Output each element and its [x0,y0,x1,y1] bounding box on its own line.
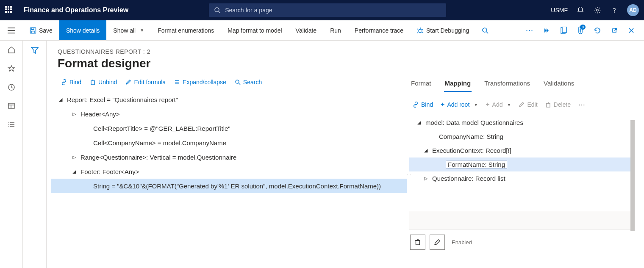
tree-node-label: CompanyName: String [439,133,503,140]
caret-collapsed-icon[interactable]: ▷ [423,176,429,181]
tree-node-label: model: Data model Questionnaires [425,119,523,126]
formula-bar[interactable] [409,211,631,229]
start-debugging-button[interactable]: Start Debugging [410,20,476,40]
trash-icon [545,102,551,108]
refresh-button[interactable] [590,20,605,41]
edit-button: Edit [515,99,541,110]
detail-tabs: Format Mapping Transformations Validatio… [409,75,631,92]
tree-node[interactable]: ▷Questionnaire: Record list [409,171,631,185]
favorites-icon[interactable] [7,64,16,73]
more-button[interactable]: ⋯ [578,101,585,109]
global-search-input[interactable]: Search for a page [209,3,446,17]
home-icon[interactable] [7,46,16,54]
filter-pane-collapsed [23,41,47,268]
main-content: QUESTIONNAIRES REPORT : 2 Format designe… [47,41,644,268]
bind-button[interactable]: Bind [58,77,85,87]
validate-button[interactable]: Validate [289,20,324,40]
global-header: Finance and Operations Preview Search fo… [0,0,644,20]
caret-expanded-icon[interactable]: ◢ [416,120,422,125]
recent-icon[interactable] [7,83,16,91]
list-icon [174,79,180,85]
filter-icon[interactable] [31,47,39,268]
close-button[interactable] [624,20,639,41]
scrollbar[interactable] [630,120,635,231]
pencil-icon [125,79,131,85]
tree-node-label: Cell<ReportTitle> = @"GER_LABEL:ReportTi… [93,125,230,132]
tree-node[interactable]: ◢Footer: Footer<Any> [51,164,407,179]
nav-toggle-button[interactable] [0,20,23,41]
caret-collapsed-icon[interactable]: ▷ [71,111,77,117]
map-format-button[interactable]: Map format to model [221,20,289,40]
app-title: Finance and Operations Preview [24,6,128,14]
caret-collapsed-icon[interactable]: ▷ [71,155,77,160]
tree-node[interactable]: ◢model: Data model Questionnaires [409,116,631,130]
bind-label: Bind [69,79,81,86]
format-enumerations-button[interactable]: Format enumerations [151,20,221,40]
svg-point-2 [597,9,599,11]
tab-mapping[interactable]: Mapping [444,77,472,92]
tree-node[interactable]: ▷Header<Any> [51,107,407,121]
performance-trace-button[interactable]: Performance trace [348,20,410,40]
pencil-icon [519,102,525,108]
user-avatar[interactable]: AD [627,4,639,16]
link-icon [61,79,67,85]
popout-button[interactable] [607,20,622,41]
show-all-button[interactable]: Show all▼ [106,20,151,40]
bottom-controls: Enabled [409,235,631,250]
edit-formula-button[interactable]: Edit formula [122,77,169,87]
tree-node[interactable]: Cell<CompanyName> = model.CompanyName [51,135,407,150]
tree-node-selected[interactable]: String = "&C&10"&(FORMAT("Generated by'%… [51,179,407,193]
overflow-button[interactable]: ··· [522,20,537,41]
app-launcher-icon[interactable] [5,6,14,14]
svg-point-0 [215,8,219,12]
tree-search-button[interactable]: Search [231,77,265,87]
delete-button: Delete [542,99,574,110]
run-button[interactable]: Run [323,20,348,40]
expand-collapse-button[interactable]: Expand/collapse [171,77,230,87]
mapping-pane: Format Mapping Transformations Validatio… [409,75,644,268]
notifications-icon[interactable] [576,6,585,14]
add-root-button[interactable]: +Add root▼ [437,99,481,110]
workspaces-icon[interactable] [7,102,16,110]
mapping-bind-button[interactable]: Bind [409,99,436,110]
show-all-label: Show all [113,27,136,34]
find-button[interactable] [476,20,494,40]
scrollbar-thumb[interactable] [630,120,635,231]
show-details-button[interactable]: Show details [59,20,106,40]
edit-condition-button[interactable] [430,235,445,250]
company-indicator[interactable]: USMF [551,7,568,14]
tab-transformations[interactable]: Transformations [483,77,531,92]
chevron-down-icon: ▼ [140,28,144,33]
datasource-tree: ◢model: Data model Questionnaires Compan… [409,116,631,185]
tree-node[interactable]: ▷Range<Questionnaire>: Vertical = model.… [51,150,407,164]
tree-node[interactable]: CompanyName: String [409,130,631,144]
gear-icon[interactable] [593,6,602,14]
tab-format[interactable]: Format [410,77,432,92]
add-label: Add [492,101,503,108]
chevron-down-icon: ▼ [474,102,478,107]
delete-condition-button[interactable] [410,235,425,250]
related-button[interactable] [539,20,554,41]
caret-expanded-icon[interactable]: ◢ [58,97,64,102]
modules-icon[interactable] [7,120,16,129]
help-icon[interactable] [610,6,619,14]
search-icon [482,27,489,34]
tab-validations[interactable]: Validations [543,77,575,92]
tree-node-label: Report: Excel = "Questionnaires report" [67,96,178,103]
save-button[interactable]: Save [23,20,59,40]
caret-expanded-icon[interactable]: ◢ [71,169,77,174]
search-icon [214,7,221,14]
chevron-down-icon: ▼ [507,102,511,107]
left-nav-rail [0,41,23,268]
tree-node-label: String = "&C&10"&(FORMAT("Generated by'%… [93,182,381,190]
tree-node[interactable]: ◢Report: Excel = "Questionnaires report" [51,92,407,107]
attachments-button[interactable]: 0 [573,20,588,41]
unbind-button[interactable]: Unbind [86,77,120,87]
breadcrumb: QUESTIONNAIRES REPORT : 2 [58,48,644,55]
tree-node-selected[interactable]: FormatName: String [409,157,631,171]
page-options-button[interactable] [556,20,571,41]
tree-node[interactable]: ◢ExecutionContext: Record[!] [409,144,631,157]
tree-node[interactable]: Cell<ReportTitle> = @"GER_LABEL:ReportTi… [51,121,407,135]
caret-expanded-icon[interactable]: ◢ [423,148,429,153]
tree-node-label: Footer: Footer<Any> [80,168,139,175]
